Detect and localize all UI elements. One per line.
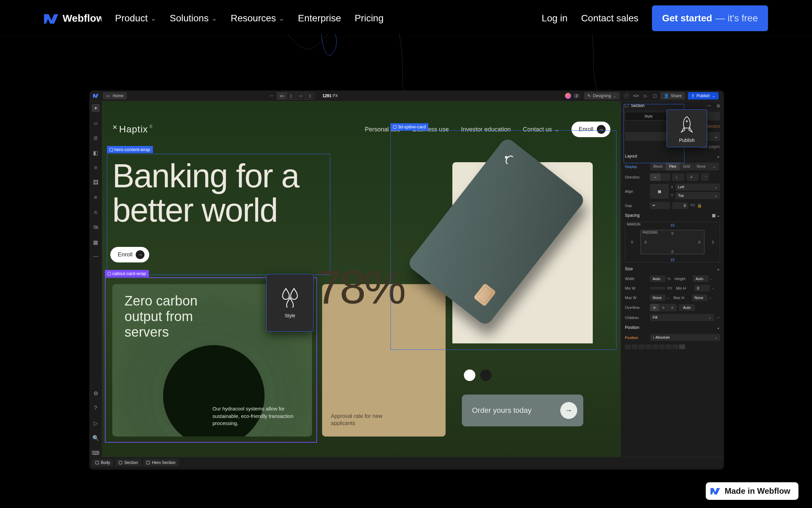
pages-icon[interactable]: ▱: [92, 119, 100, 127]
haptix-nav-contact[interactable]: Contact us ⌄: [523, 126, 559, 133]
pos-preset[interactable]: [638, 344, 645, 349]
more-icon[interactable]: ⋯: [716, 315, 720, 320]
pos-preset[interactable]: [625, 344, 631, 349]
lock-icon[interactable]: 🔒: [697, 203, 702, 208]
haptix-nav-investor[interactable]: Investor education: [461, 126, 511, 133]
align-grid[interactable]: ▦: [650, 184, 669, 199]
direction-row-icon[interactable]: →: [650, 173, 660, 181]
target-icon[interactable]: ◎: [717, 103, 720, 108]
overflow-scroll-icon[interactable]: ≡: [668, 304, 677, 311]
swatch-white[interactable]: [464, 369, 475, 381]
pos-preset[interactable]: [672, 344, 678, 349]
pos-preset[interactable]: [645, 344, 651, 349]
gap-value[interactable]: 0: [672, 202, 689, 209]
pos-preset[interactable]: [666, 344, 672, 349]
ecommerce-icon[interactable]: 🛍: [92, 223, 100, 231]
mode-chip[interactable]: ✎ Designing ⌄: [584, 92, 619, 100]
callout-card-wrap-tag[interactable]: callout-card-wrap: [105, 270, 149, 277]
overflow-auto[interactable]: Auto: [679, 304, 695, 311]
check-status-icon[interactable]: ✓: [623, 92, 631, 100]
maxw-value[interactable]: None: [650, 294, 666, 301]
overflow-hidden-icon[interactable]: ≡: [659, 304, 668, 311]
hero-content-wrap-tag[interactable]: hero-content-wrap: [107, 146, 153, 153]
apps-icon[interactable]: ▦: [92, 238, 100, 246]
pos-preset[interactable]: [632, 344, 638, 349]
swatch-black[interactable]: [480, 369, 492, 381]
display-more[interactable]: ⌄: [709, 163, 719, 170]
device-desktop-icon[interactable]: ▭: [277, 92, 286, 100]
device-mobile-landscape-icon[interactable]: ▭: [296, 92, 305, 100]
enroll-button-hero[interactable]: Enroll →: [110, 247, 149, 262]
order-cta-button[interactable]: Order yours today →: [462, 395, 583, 426]
export-icon[interactable]: ▢: [651, 92, 659, 100]
pos-preset[interactable]: [679, 344, 685, 349]
made-in-webflow-badge[interactable]: Made in Webflow: [706, 482, 798, 500]
video-icon[interactable]: ▷: [92, 419, 100, 427]
haptix-brand[interactable]: ✕ Haptix ®: [112, 124, 153, 135]
search-icon[interactable]: 🔍: [92, 434, 100, 442]
display-block[interactable]: Block: [650, 163, 666, 170]
contact-sales-link[interactable]: Contact sales: [581, 13, 638, 24]
share-button[interactable]: 👤 Share: [660, 92, 685, 100]
overflow-visible-icon[interactable]: ≡: [650, 304, 659, 311]
assets-icon[interactable]: 🖼: [92, 178, 100, 187]
device-tablet-icon[interactable]: ▯: [286, 92, 296, 100]
align-x[interactable]: Left ⌄: [675, 184, 720, 191]
display-flex[interactable]: Flex: [666, 163, 680, 170]
spacing-box[interactable]: MARGIN PADDING 15 15 0 0 0 0 0 0: [625, 222, 720, 262]
align-y[interactable]: Top ⌄: [675, 192, 720, 199]
help-icon[interactable]: ?: [92, 404, 100, 412]
maxh-value[interactable]: None: [692, 294, 707, 301]
nav-item-product[interactable]: Product⌄: [115, 13, 156, 24]
collaborators[interactable]: 2: [565, 93, 580, 99]
settings-icon[interactable]: ⚙: [92, 389, 100, 397]
width-value[interactable]: Auto: [650, 275, 666, 282]
breadcrumb-section[interactable]: Section: [115, 459, 141, 466]
spacing-section-header[interactable]: Spacing ▦ ⌄: [621, 210, 724, 220]
components-icon[interactable]: ◧: [92, 149, 100, 157]
brand-logo[interactable]: Webflow: [44, 12, 102, 25]
minh-value[interactable]: 0: [694, 285, 710, 292]
code-icon[interactable]: </>: [632, 92, 640, 100]
justify-icon[interactable]: ↕: [672, 173, 681, 181]
nav-item-pricing[interactable]: Pricing: [355, 13, 384, 24]
breadcrumb-hero[interactable]: Hero Section: [143, 459, 179, 466]
nav-item-solutions[interactable]: Solutions⌄: [170, 13, 217, 24]
navigator-icon[interactable]: ≣: [92, 134, 100, 142]
nav-item-resources[interactable]: Resources⌄: [231, 13, 285, 24]
tab-style[interactable]: Style: [625, 112, 672, 121]
layout-section-header[interactable]: Layout⌄: [621, 151, 724, 161]
display-none[interactable]: None: [693, 163, 709, 170]
get-started-button[interactable]: Get started — it's free: [652, 5, 768, 31]
add-icon[interactable]: ＋: [92, 104, 100, 112]
cms-icon[interactable]: ≡: [92, 193, 100, 202]
minw-value[interactable]: [650, 287, 666, 290]
pos-preset[interactable]: [659, 344, 665, 349]
device-mobile-icon[interactable]: ▯: [305, 92, 315, 100]
webflow-w-icon[interactable]: [92, 92, 100, 100]
pos-preset[interactable]: [652, 344, 658, 349]
login-link[interactable]: Log in: [542, 13, 567, 24]
position-value[interactable]: ↕ Absolute ⌄: [650, 334, 720, 341]
audit-icon[interactable]: 〰: [92, 253, 100, 261]
users-icon[interactable]: ⎋: [92, 208, 100, 216]
enroll-button-top[interactable]: Enroll →: [571, 122, 610, 137]
keyboard-icon[interactable]: ⌨: [92, 449, 100, 457]
nav-item-enterprise[interactable]: Enterprise: [298, 13, 341, 24]
position-section-header[interactable]: Position⌄: [621, 322, 724, 333]
spline-card-tag[interactable]: 3d-spline-card: [390, 123, 428, 130]
preview-icon[interactable]: ▷: [641, 92, 650, 100]
more-icon[interactable]: ⋯: [701, 173, 709, 181]
display-grid[interactable]: Grid: [680, 163, 694, 170]
children-value[interactable]: Fill ⌄: [650, 314, 714, 321]
size-section-header[interactable]: Size⌄: [621, 264, 724, 274]
more-icon[interactable]: ⋯: [267, 92, 275, 100]
breadcrumb-body[interactable]: Body: [92, 459, 113, 466]
more-icon[interactable]: ⋯: [707, 103, 711, 108]
height-value[interactable]: Auto: [693, 275, 708, 282]
spacing-mode-icon[interactable]: ▦: [712, 213, 716, 218]
wrap-icon[interactable]: ↲: [686, 173, 696, 181]
publish-button[interactable]: ⇪ Publish ⌄: [688, 92, 719, 100]
gap-slider[interactable]: ━: [650, 202, 670, 209]
variables-icon[interactable]: ⚛: [92, 164, 100, 172]
